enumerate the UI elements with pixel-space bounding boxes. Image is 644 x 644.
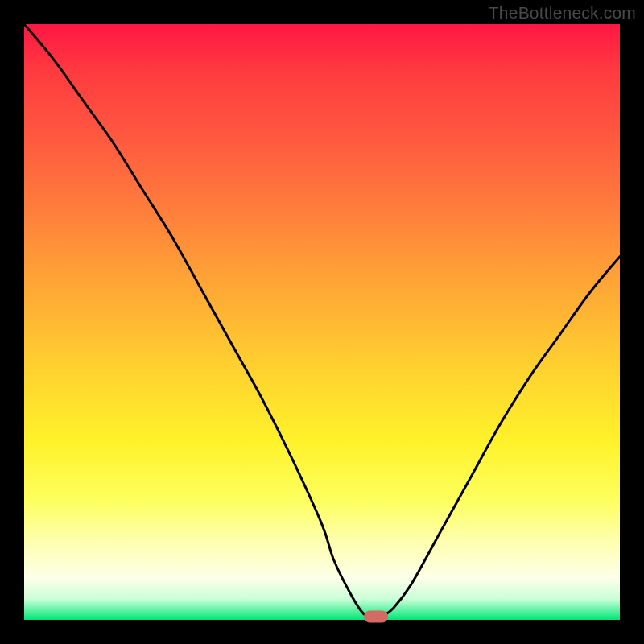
curve-svg — [24, 24, 620, 620]
plot-area — [24, 24, 620, 620]
chart-frame: TheBottleneck.com — [0, 0, 644, 644]
optimum-marker — [364, 611, 388, 623]
watermark-text: TheBottleneck.com — [489, 3, 636, 23]
bottleneck-curve-path — [24, 24, 620, 620]
